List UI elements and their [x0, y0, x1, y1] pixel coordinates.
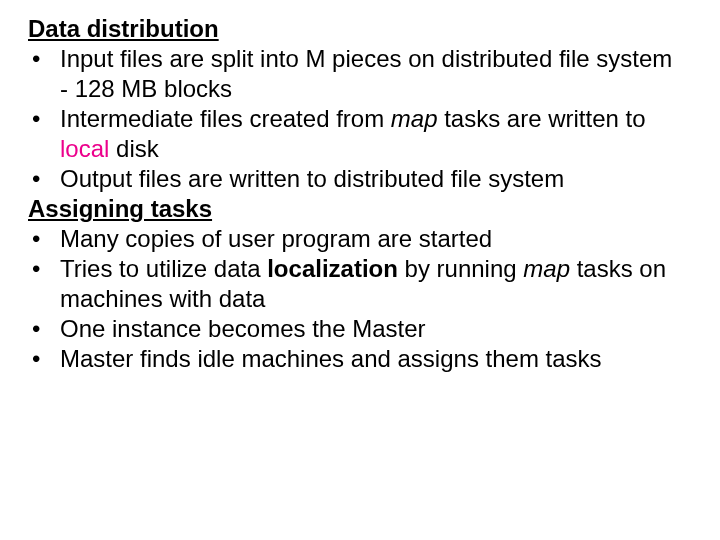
section2-heading: Assigning tasks [28, 194, 680, 224]
text: disk [109, 135, 158, 162]
text: by running [398, 255, 523, 282]
slide-content: Data distribution Input files are split … [0, 0, 720, 388]
bold-text: localization [267, 255, 398, 282]
accent-text: local [60, 135, 109, 162]
list-item: Intermediate files created from map task… [28, 104, 680, 164]
list-item: Input files are split into M pieces on d… [28, 44, 680, 104]
italic-text: map [523, 255, 570, 282]
text: tasks are written to [438, 105, 646, 132]
text: Master finds idle machines and assigns t… [60, 345, 602, 372]
list-item: Many copies of user program are started [28, 224, 680, 254]
text: Tries to utilize data [60, 255, 267, 282]
text: Intermediate files created from [60, 105, 391, 132]
list-item: Tries to utilize data localization by ru… [28, 254, 680, 314]
text: Input files are split into M pieces on d… [60, 45, 672, 102]
italic-text: map [391, 105, 438, 132]
list-item: Output files are written to distributed … [28, 164, 680, 194]
text: One instance becomes the Master [60, 315, 426, 342]
list-item: Master finds idle machines and assigns t… [28, 344, 680, 374]
section1-heading: Data distribution [28, 14, 680, 44]
text: Output files are written to distributed … [60, 165, 564, 192]
text: Many copies of user program are started [60, 225, 492, 252]
section2-list: Many copies of user program are started … [28, 224, 680, 374]
list-item: One instance becomes the Master [28, 314, 680, 344]
section1-list: Input files are split into M pieces on d… [28, 44, 680, 194]
